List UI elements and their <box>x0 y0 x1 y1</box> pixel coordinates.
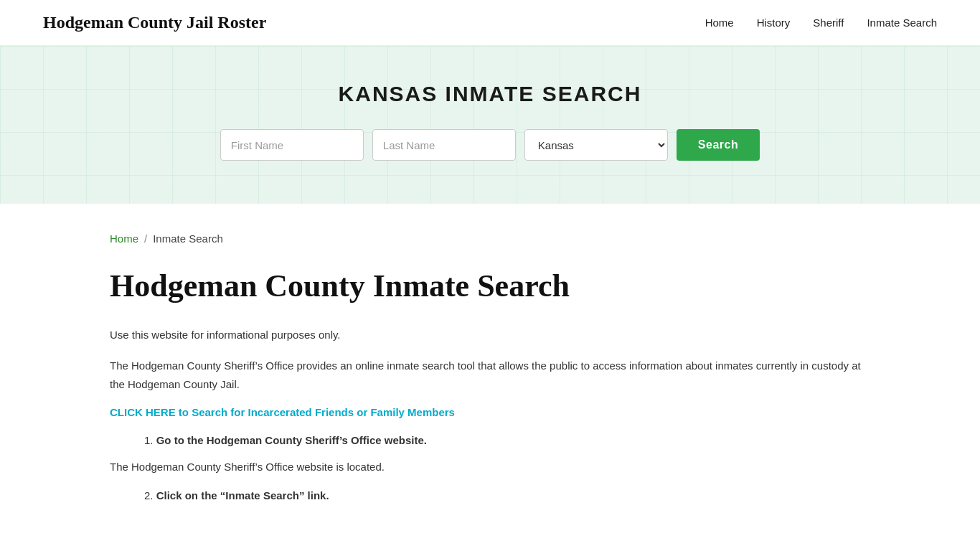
site-header: Hodgeman County Jail Roster Home History… <box>0 0 980 46</box>
nav-home[interactable]: Home <box>705 17 734 29</box>
nav-inmate-search[interactable]: Inmate Search <box>867 17 937 29</box>
breadcrumb-current: Inmate Search <box>153 232 223 245</box>
last-name-input[interactable] <box>372 129 516 161</box>
step-2-block: 2. Click on the “Inmate Search” link. <box>144 489 870 501</box>
site-title[interactable]: Hodgeman County Jail Roster <box>43 13 266 32</box>
nav-history[interactable]: History <box>757 17 791 29</box>
step-2-number: 2. <box>144 489 154 501</box>
step-1-block: 1. Go to the Hodgeman County Sheriff’s O… <box>144 434 870 446</box>
search-button[interactable]: Search <box>677 129 760 161</box>
main-nav: Home History Sheriff Inmate Search <box>705 17 937 29</box>
step-1-number: 1. <box>144 434 154 446</box>
page-title: Hodgeman County Inmate Search <box>110 268 870 306</box>
inmate-search-form: Kansas Alabama Alaska Arizona Arkansas C… <box>14 129 966 161</box>
state-select[interactable]: Kansas Alabama Alaska Arizona Arkansas C… <box>524 129 668 161</box>
step-1-label: Go to the Hodgeman County Sheriff’s Offi… <box>156 434 427 446</box>
breadcrumb-separator: / <box>144 232 147 245</box>
intro-paragraph-2: The Hodgeman County Sheriff’s Office pro… <box>110 357 870 393</box>
first-name-input[interactable] <box>220 129 364 161</box>
intro-paragraph-1: Use this website for informational purpo… <box>110 326 870 344</box>
cta-search-link[interactable]: CLICK HERE to Search for Incarcerated Fr… <box>110 406 455 418</box>
main-content: Home / Inmate Search Hodgeman County Inm… <box>67 204 913 551</box>
paragraph-3: The Hodgeman County Sheriff’s Office web… <box>110 458 870 476</box>
hero-section: KANSAS INMATE SEARCH Kansas Alabama Alas… <box>0 46 980 204</box>
breadcrumb: Home / Inmate Search <box>110 232 870 245</box>
hero-title: KANSAS INMATE SEARCH <box>14 82 966 106</box>
nav-sheriff[interactable]: Sheriff <box>813 17 844 29</box>
breadcrumb-home-link[interactable]: Home <box>110 232 138 245</box>
step-2-label: Click on the “Inmate Search” link. <box>156 489 329 501</box>
